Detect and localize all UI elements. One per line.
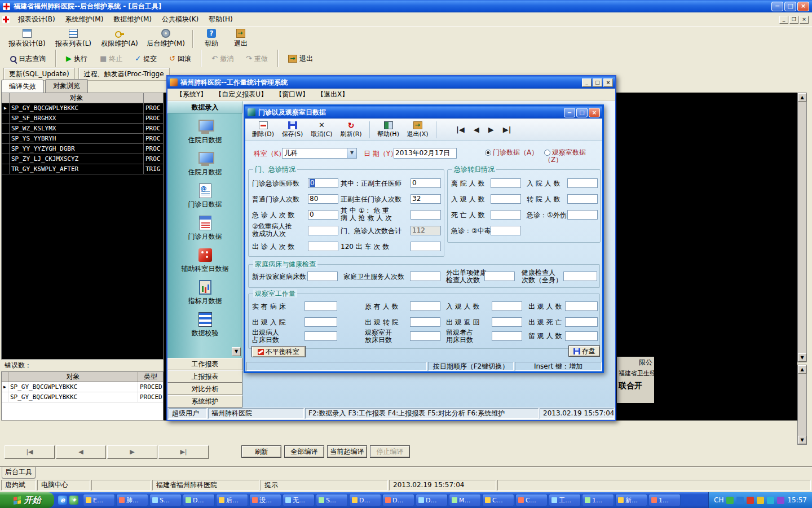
task-button[interactable]: M… — [449, 494, 481, 506]
scroll-down-icon[interactable]: ▼ — [798, 436, 806, 444]
menu-item-data-maint[interactable]: 数据维护(M) — [108, 12, 157, 27]
menu-item-help[interactable]: 帮助(H) — [204, 12, 237, 27]
task-button[interactable]: D… — [416, 494, 448, 506]
save-disk-button[interactable]: 存盘 — [568, 345, 600, 357]
table-row[interactable]: SP_YS_YYBRYHPROC — [2, 134, 163, 144]
maximize-button[interactable]: □ — [784, 2, 796, 11]
field-input[interactable] — [308, 242, 338, 251]
group-button-work-report[interactable]: 工作报表 — [167, 358, 242, 370]
radio-observation[interactable]: 观察室数据（Z） — [544, 149, 602, 164]
column-header-type[interactable]: 类型 — [138, 372, 163, 382]
refresh-button[interactable]: 刷新 — [241, 445, 281, 458]
child-close-button[interactable]: × — [603, 78, 613, 87]
chevron-down-icon[interactable] — [347, 148, 356, 158]
mdi-minimize-button[interactable]: _ — [779, 16, 788, 24]
tab-object-browse[interactable]: 对象浏览 — [45, 79, 88, 93]
tray-network-icon[interactable] — [736, 497, 744, 504]
task-button[interactable]: C… — [515, 494, 548, 506]
mode-tab-proc-trigger[interactable]: 过程、触发器(Proc-Trigge — [78, 68, 170, 81]
vertical-scrollbar[interactable]: ▲ ▼ — [797, 365, 807, 445]
sidebar-item-indicator-monthly[interactable]: 指标月数据 — [167, 280, 242, 306]
sidebar-item-inpatient-monthly[interactable]: 住院月数据 — [167, 151, 242, 177]
group-button-system-maint[interactable]: 系统维护 — [167, 395, 242, 408]
nav-prev-button[interactable]: ◀ — [474, 125, 479, 134]
vertical-scrollbar[interactable]: ▲ ▼ — [797, 93, 807, 362]
tray-app-icon[interactable] — [777, 497, 784, 504]
undo-button[interactable]: ↶撤消 — [206, 52, 239, 65]
backend-maint-button[interactable]: 后台维护(M) — [143, 28, 188, 50]
delete-button[interactable]: 删除(D) — [250, 120, 276, 140]
field-input[interactable] — [492, 331, 522, 341]
field-input[interactable] — [492, 301, 522, 311]
nav-first-button[interactable]: |◀ — [456, 125, 465, 134]
child-menu-system[interactable]: 【系统Y】 — [172, 88, 211, 101]
task-button[interactable]: 无… — [283, 494, 315, 506]
sidebar-item-outpatient-daily[interactable]: 门诊日数据 — [167, 183, 242, 209]
task-button[interactable]: D… — [349, 494, 381, 506]
commit-button[interactable]: ✓提交 — [129, 52, 162, 65]
field-input[interactable] — [410, 331, 440, 341]
quick-launch-app-icon[interactable]: ✦ — [69, 496, 78, 505]
terminate-button[interactable]: ■终止 — [94, 52, 128, 65]
field-input[interactable] — [567, 210, 598, 220]
field-input[interactable] — [411, 242, 441, 251]
child-menu-custom-report[interactable]: 【自定义报表U】 — [211, 88, 271, 101]
field-input[interactable]: 32 — [411, 194, 441, 204]
field-input[interactable] — [491, 194, 521, 204]
radio-outpatient[interactable]: 门诊数据（A） — [485, 149, 538, 156]
language-indicator[interactable]: CH — [714, 496, 723, 504]
exit-sql-button[interactable]: 退出 — [283, 52, 319, 65]
date-field[interactable]: 2013年02月17日 — [394, 148, 457, 159]
table-row[interactable]: SP_SF_BRGHXXPROC — [2, 113, 163, 124]
field-input[interactable] — [491, 210, 521, 220]
task-button[interactable]: D… — [183, 494, 215, 506]
tray-app-icon[interactable] — [767, 497, 774, 504]
menu-item-common-module[interactable]: 公共模块(K) — [157, 12, 204, 27]
stop-compile-button[interactable]: 停止编译 — [370, 445, 410, 458]
nav-last-button[interactable]: ▶| — [158, 445, 209, 459]
table-row[interactable]: SP_ZY_LJ_CKJMXSCYZPROC — [2, 154, 163, 164]
nav-prev-button[interactable]: ◀ — [56, 445, 106, 459]
field-input[interactable] — [492, 317, 522, 327]
task-button[interactable]: 工… — [549, 494, 581, 506]
tray-volume-icon[interactable] — [757, 497, 764, 504]
group-button-compare-analysis[interactable]: 对比分析 — [167, 383, 242, 395]
dialog-minimize-button[interactable]: − — [564, 108, 575, 117]
sidebar-item-aux-dept-daily[interactable]: 辅助科室日数据 — [167, 248, 242, 274]
task-button[interactable]: 后… — [216, 494, 248, 506]
tray-app-icon[interactable] — [747, 497, 754, 504]
field-input[interactable] — [308, 226, 338, 235]
help-button[interactable]: 帮助(H) — [375, 120, 401, 140]
field-input[interactable] — [484, 271, 515, 281]
column-header-object[interactable]: 对象 — [8, 372, 138, 382]
task-button[interactable]: 1… — [582, 494, 614, 506]
nav-last-button[interactable]: ▶| — [503, 125, 511, 134]
sidebar-item-data-check[interactable]: 数据校验 — [167, 312, 242, 338]
child-maximize-button[interactable]: □ — [593, 78, 602, 87]
scroll-up-icon[interactable]: ▲ — [798, 365, 806, 374]
field-input[interactable] — [565, 331, 598, 341]
compile-all-button[interactable]: 全部编译 — [284, 445, 324, 458]
table-row[interactable]: SP_GY_BQCGWPLYBKKCPROCED — [2, 382, 163, 392]
tray-antivirus-icon[interactable] — [726, 497, 734, 504]
table-row[interactable]: TR_GY_KSWPLY_AFTERTRIG — [2, 164, 163, 174]
log-query-button[interactable]: 日志查询 — [5, 52, 51, 65]
group-button-upload-report[interactable]: 上报报表 — [167, 370, 242, 383]
help-button[interactable]: 帮助 — [197, 28, 226, 50]
nav-next-button[interactable]: ▶ — [488, 125, 494, 134]
field-input[interactable] — [491, 178, 521, 188]
sidebar-scroll-down-button[interactable]: ▼ — [232, 347, 241, 356]
minimize-button[interactable]: − — [771, 2, 783, 11]
close-button[interactable]: × — [797, 2, 809, 11]
field-input[interactable] — [567, 194, 598, 204]
ie-browser-icon[interactable]: e — [58, 496, 67, 505]
execute-button[interactable]: ▶执行 — [60, 52, 93, 65]
scroll-down-icon[interactable]: ▼ — [798, 353, 806, 362]
dialog-maximize-button[interactable]: □ — [576, 108, 588, 117]
table-row[interactable]: SP_YY_YYZYGH_DGBRPROC — [2, 144, 163, 154]
save-button[interactable]: 保存(S) — [279, 120, 306, 140]
task-button[interactable]: 新… — [615, 494, 647, 506]
child-minimize-button[interactable]: _ — [582, 78, 592, 87]
bottom-tab-backend-tools[interactable]: 后台工具 — [2, 467, 36, 479]
sidebar-item-outpatient-monthly[interactable]: 门诊月数据 — [167, 216, 242, 242]
